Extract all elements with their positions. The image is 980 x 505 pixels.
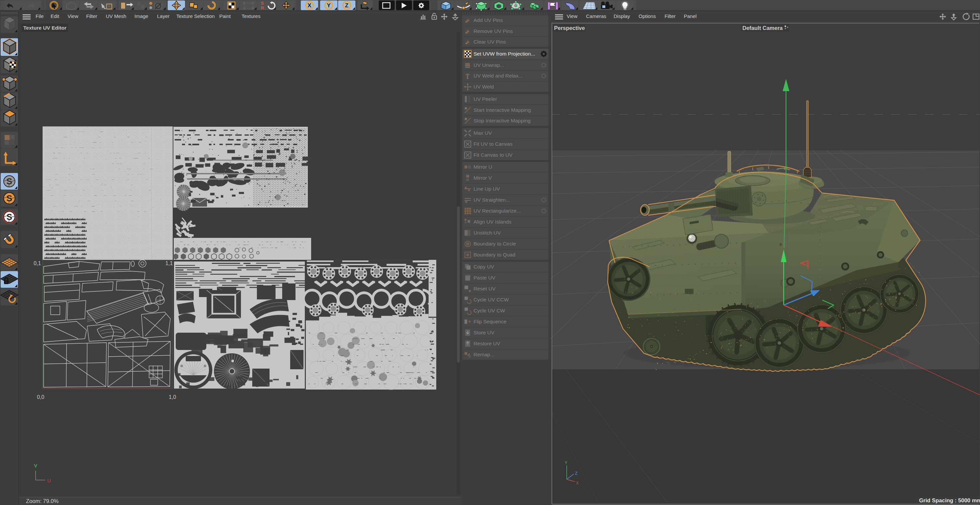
svg-text:0,1: 0,1: [33, 260, 41, 266]
svg-text:0,0: 0,0: [37, 394, 44, 400]
svg-text:Flip Sequence: Flip Sequence: [474, 319, 506, 324]
svg-text:S: S: [6, 176, 12, 186]
svg-text:Remove UV Pins: Remove UV Pins: [474, 28, 513, 34]
svg-text:UV Weld: UV Weld: [474, 84, 494, 89]
svg-text:1,1: 1,1: [165, 260, 173, 266]
svg-text:Reset UV: Reset UV: [474, 286, 496, 291]
svg-text:Mirror V: Mirror V: [474, 175, 492, 181]
svg-text:Texture UV Editor: Texture UV Editor: [23, 25, 67, 30]
svg-text:Store UV: Store UV: [474, 330, 495, 335]
svg-text:Set UVW from Projection...: Set UVW from Projection...: [474, 51, 535, 57]
svg-text:Z: Z: [575, 471, 578, 476]
svg-text:Copy UV: Copy UV: [474, 264, 495, 270]
svg-text:Default Camera: Default Camera: [742, 25, 783, 31]
svg-text:Remap...: Remap...: [474, 352, 495, 357]
svg-text:UV Weld and Relax...: UV Weld and Relax...: [474, 73, 523, 78]
svg-text:X: X: [576, 481, 579, 485]
svg-text:R: R: [261, 5, 264, 10]
svg-text:Y: Y: [327, 2, 331, 9]
svg-text:UV Straighten...: UV Straighten...: [474, 197, 510, 203]
svg-text:Grid Spacing : 5000 mm: Grid Spacing : 5000 mm: [919, 497, 980, 503]
svg-text:Clear UV Pins: Clear UV Pins: [474, 39, 506, 44]
svg-text:Y: Y: [565, 461, 567, 465]
svg-text:Fit Canvas to UV: Fit Canvas to UV: [474, 152, 513, 158]
svg-text:S: S: [6, 212, 12, 222]
svg-text:1,0: 1,0: [169, 394, 176, 400]
svg-text:Stop Interactive Mapping: Stop Interactive Mapping: [474, 118, 530, 124]
svg-text:S: S: [6, 193, 12, 203]
svg-text:UV Peeler: UV Peeler: [474, 96, 497, 102]
svg-text:Line Up UV: Line Up UV: [474, 186, 500, 192]
svg-text:Mirror U: Mirror U: [474, 164, 492, 170]
svg-text:UV Unwrap...: UV Unwrap...: [474, 62, 504, 68]
svg-text:X: X: [307, 2, 312, 9]
svg-text:Boundary to Circle: Boundary to Circle: [474, 241, 516, 246]
svg-text:Add UV Pins: Add UV Pins: [474, 17, 503, 23]
svg-text:S: S: [261, 1, 264, 6]
svg-text:Perspective: Perspective: [554, 25, 585, 31]
svg-text:UV Rectangularize...: UV Rectangularize...: [474, 208, 521, 214]
svg-text:Boundary to Quad: Boundary to Quad: [474, 252, 515, 257]
svg-text:U: U: [47, 478, 51, 483]
svg-text:Paste UV: Paste UV: [474, 275, 495, 280]
svg-text:Cycle UV CW: Cycle UV CW: [474, 308, 505, 313]
svg-text:Start Interactive Mapping: Start Interactive Mapping: [474, 107, 531, 113]
svg-text:Restore UV: Restore UV: [474, 341, 501, 346]
svg-text:Align UV Islands: Align UV Islands: [474, 219, 511, 225]
svg-text:Max UV: Max UV: [474, 130, 492, 136]
svg-text:Fit UV to Canvas: Fit UV to Canvas: [474, 141, 512, 147]
svg-text:Unstitch UV: Unstitch UV: [474, 230, 501, 235]
svg-text:Cycle UV CCW: Cycle UV CCW: [474, 297, 509, 302]
svg-text:Z: Z: [345, 2, 348, 9]
